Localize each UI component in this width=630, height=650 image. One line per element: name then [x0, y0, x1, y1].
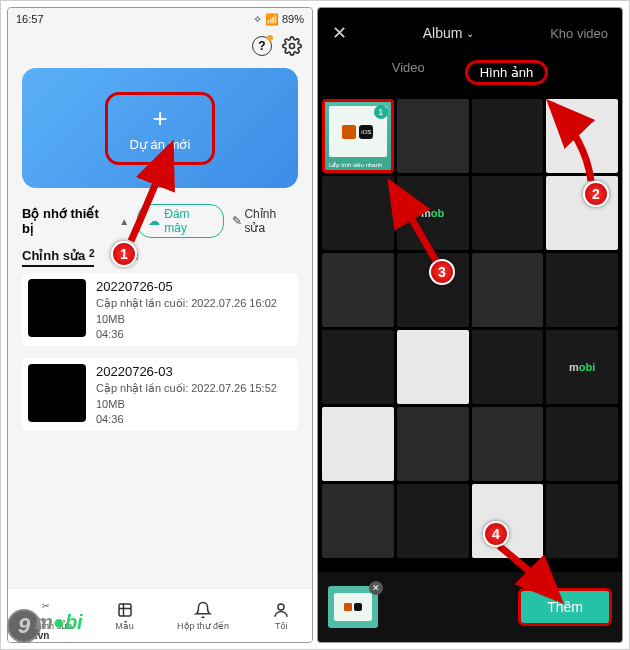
media-thumbnail[interactable] [322, 407, 394, 481]
media-thumbnail[interactable] [546, 253, 618, 327]
annotation-3: 3 [429, 259, 455, 285]
picker-top-bar: ✕ Album ⌄ Kho video [318, 8, 622, 54]
annotation-4: 4 [483, 521, 509, 547]
project-updated: Cập nhật lần cuối: 2022.07.26 15:52 [96, 382, 277, 395]
settings-icon[interactable] [282, 36, 302, 56]
media-thumbnail[interactable] [546, 407, 618, 481]
media-thumbnail[interactable] [472, 253, 544, 327]
media-thumbnail[interactable] [397, 99, 469, 173]
watermark: 9 m●bi .vn [7, 609, 83, 643]
media-thumbnail[interactable] [472, 330, 544, 404]
status-time: 16:57 [16, 13, 44, 25]
media-thumbnail[interactable] [472, 99, 544, 173]
top-bar: ? [8, 30, 312, 62]
tab-video[interactable]: Video [392, 60, 425, 85]
media-thumbnail[interactable] [472, 407, 544, 481]
chevron-up-icon[interactable]: ▲ [119, 216, 129, 227]
storage-row: Bộ nhớ thiết bị ▲ ☁ Đám mây ✎ Chỉnh sửa [8, 198, 312, 244]
bell-icon [194, 601, 212, 619]
cloud-label: Đám mây [164, 207, 213, 235]
svg-point-2 [278, 604, 284, 610]
project-thumbnail [28, 279, 86, 337]
cloud-icon: ☁ [148, 214, 160, 228]
media-thumbnail[interactable] [472, 176, 544, 250]
project-duration: 04:36 [96, 328, 277, 340]
signal-icon: 📶 [265, 13, 279, 26]
media-thumbnail[interactable] [397, 330, 469, 404]
project-duration: 04:36 [96, 413, 277, 425]
check-icon: 1 [374, 105, 388, 119]
edit-label: Chỉnh sửa [244, 207, 298, 235]
chevron-down-icon: ⌄ [466, 28, 474, 39]
nav-inbox-label: Hộp thư đến [177, 621, 229, 631]
project-item[interactable]: 20220726-05 Cập nhật lần cuối: 2022.07.2… [22, 273, 298, 346]
project-size: 10MB [96, 398, 277, 410]
svg-rect-1 [119, 604, 131, 616]
project-tabs: Chỉnh sửa 2 Mẫu [8, 244, 312, 265]
nav-me-label: Tôi [275, 621, 288, 631]
status-icons: ✧ 📶 89% [253, 13, 304, 26]
project-updated: Cập nhật lần cuối: 2022.07.26 16:02 [96, 297, 277, 310]
watermark-bi: bi [65, 611, 83, 633]
battery-label: 89% [282, 13, 304, 25]
album-dropdown[interactable]: Album ⌄ [347, 25, 550, 41]
thumbnail-caption: Lớp tính siêu nhanh [325, 161, 391, 170]
album-label: Album [423, 25, 463, 41]
project-item[interactable]: 20220726-03 Cập nhật lần cuối: 2022.07.2… [22, 358, 298, 431]
media-thumbnail[interactable] [322, 330, 394, 404]
media-thumbnail[interactable] [397, 484, 469, 558]
media-tabs: Video Hình ảnh [318, 54, 622, 95]
selection-bar: ✕ Thêm [318, 572, 622, 642]
svg-point-0 [290, 44, 295, 49]
project-size: 10MB [96, 313, 277, 325]
pencil-icon: ✎ [232, 214, 242, 228]
edit-link[interactable]: ✎ Chỉnh sửa [232, 207, 298, 235]
right-phone: ✕ Album ⌄ Kho video Video Hình ảnh 1 iOS… [317, 7, 623, 643]
add-button[interactable]: Thêm [518, 588, 612, 626]
template-icon [116, 601, 134, 619]
nav-template[interactable]: Mẫu [115, 601, 134, 631]
nav-me[interactable]: Tôi [272, 601, 290, 631]
nav-template-label: Mẫu [115, 621, 134, 631]
media-thumbnail[interactable] [546, 484, 618, 558]
project-name: 20220726-05 [96, 279, 277, 294]
close-icon[interactable]: ✕ [332, 22, 347, 44]
tab-image[interactable]: Hình ảnh [465, 60, 549, 85]
media-thumbnail[interactable]: mobi [546, 330, 618, 404]
media-thumbnail[interactable] [397, 407, 469, 481]
vibrate-icon: ✧ [253, 13, 262, 26]
storage-title[interactable]: Bộ nhớ thiết bị [22, 206, 111, 236]
new-project-label: Dự án mới [130, 137, 191, 152]
nav-inbox[interactable]: Hộp thư đến [177, 601, 229, 631]
media-thumbnail[interactable] [322, 253, 394, 327]
tab-edited-label: Chỉnh sửa [22, 248, 85, 263]
project-name: 20220726-03 [96, 364, 277, 379]
user-icon [272, 601, 290, 619]
plus-icon: + [152, 105, 167, 131]
help-icon[interactable]: ? [252, 36, 272, 56]
cloud-button[interactable]: ☁ Đám mây [137, 204, 224, 238]
left-phone: 16:57 ✧ 📶 89% ? + Dự án mới Bộ nhớ thiết… [7, 7, 313, 643]
media-thumbnail-selected[interactable]: 1 iOS Lớp tính siêu nhanh [322, 99, 394, 173]
notification-dot [267, 35, 273, 41]
stock-video-link[interactable]: Kho video [550, 26, 608, 41]
new-project-hero: + Dự án mới [22, 68, 298, 188]
media-grid: 1 iOS Lớp tính siêu nhanh mob mobi [318, 95, 622, 572]
status-bar: 16:57 ✧ 📶 89% [8, 8, 312, 30]
remove-icon[interactable]: ✕ [369, 581, 383, 595]
project-thumbnail [28, 364, 86, 422]
new-project-button[interactable]: + Dự án mới [105, 92, 216, 165]
media-thumbnail[interactable] [472, 484, 544, 558]
project-list: 20220726-05 Cập nhật lần cuối: 2022.07.2… [8, 265, 312, 588]
media-thumbnail[interactable] [546, 99, 618, 173]
annotation-1: 1 [111, 241, 137, 267]
media-thumbnail[interactable]: mob [397, 176, 469, 250]
tab-edited[interactable]: Chỉnh sửa 2 [22, 248, 94, 263]
media-thumbnail[interactable] [322, 484, 394, 558]
selected-thumbnail[interactable]: ✕ [328, 586, 378, 628]
annotation-2: 2 [583, 181, 609, 207]
media-thumbnail[interactable] [322, 176, 394, 250]
tab-edited-count: 2 [89, 248, 95, 259]
